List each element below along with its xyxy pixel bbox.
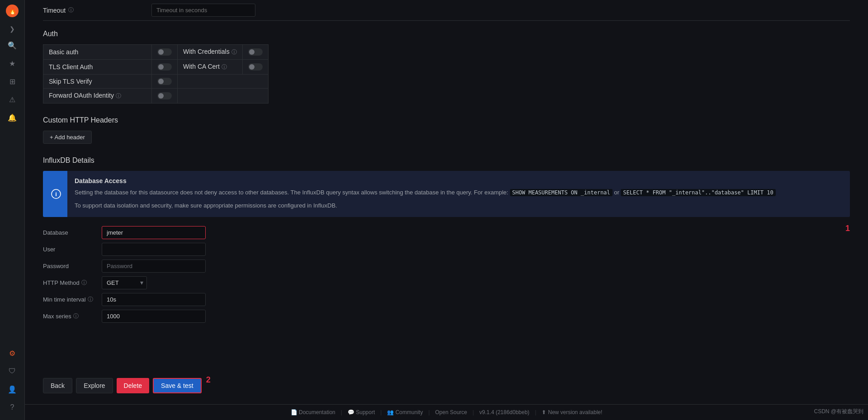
user-row: User <box>43 243 835 256</box>
footer-community-link[interactable]: 👥 Community <box>387 409 423 415</box>
search-icon[interactable]: 🔍 <box>4 37 20 53</box>
auth-row-2: TLS Client Auth With CA Cert ⓘ <box>43 60 269 75</box>
step-2-number: 2 <box>206 375 211 385</box>
http-method-info-icon[interactable]: ⓘ <box>81 279 87 287</box>
user-input[interactable] <box>102 243 206 256</box>
delete-button[interactable]: Delete <box>117 378 149 393</box>
with-credentials-toggle[interactable] <box>248 48 263 56</box>
forward-oauth-label: Forward OAuth Identity ⓘ <box>43 89 152 104</box>
max-series-info-icon[interactable]: ⓘ <box>73 312 79 320</box>
basic-auth-label: Basic auth <box>43 45 152 60</box>
user-label: User <box>43 246 102 253</box>
community-icon: 👥 <box>387 409 394 415</box>
new-version-icon: ⬆ <box>542 409 546 415</box>
toggle-sidebar-button[interactable]: ❯ <box>8 24 17 33</box>
max-series-label: Max series ⓘ <box>43 312 102 320</box>
forward-oauth-toggle-cell <box>152 89 178 104</box>
with-credentials-info-icon[interactable]: ⓘ <box>231 49 237 55</box>
database-input[interactable] <box>102 226 206 239</box>
step-1-number: 1 <box>845 224 850 233</box>
shield-icon[interactable]: 🛡 <box>4 363 20 379</box>
auth-table: Basic auth With Credentials ⓘ TLS Client… <box>43 44 269 104</box>
notifications-icon[interactable]: 🔔 <box>4 109 20 126</box>
forward-oauth-toggle[interactable] <box>157 92 172 99</box>
database-row: Database <box>43 226 835 239</box>
timeout-row: Timeout ⓘ <box>43 0 850 21</box>
auth-row-1: Basic auth With Credentials ⓘ <box>43 45 269 60</box>
with-ca-cert-toggle[interactable] <box>248 63 263 71</box>
http-method-row: HTTP Method ⓘ GET POST <box>43 276 835 289</box>
auth-row-3: Skip TLS Verify <box>43 75 269 89</box>
auth-section-title: Auth <box>43 30 850 38</box>
back-button[interactable]: Back <box>43 378 72 393</box>
support-icon: 💬 <box>348 409 354 415</box>
auth-row-4: Forward OAuth Identity ⓘ <box>43 89 269 104</box>
min-interval-row: Min time interval ⓘ <box>43 293 835 306</box>
forward-oauth-info-icon[interactable]: ⓘ <box>116 93 121 99</box>
svg-text:i: i <box>55 191 57 198</box>
with-ca-cert-toggle-cell <box>242 60 268 75</box>
alerting-icon[interactable]: ⚠ <box>4 91 20 108</box>
http-method-select-wrapper: GET POST <box>102 276 147 289</box>
password-label: Password <box>43 263 102 269</box>
content-area: Timeout ⓘ Auth Basic auth With Credentia… <box>25 0 868 404</box>
basic-auth-toggle[interactable] <box>157 48 172 56</box>
max-series-row: Max series ⓘ <box>43 310 835 323</box>
db-access-code2: SELECT * FROM "_internal".."database" LI… <box>621 189 775 196</box>
db-access-text2: To support data isolation and security, … <box>75 201 843 211</box>
info-box-content: Database Access Setting the database for… <box>67 171 850 217</box>
min-interval-input[interactable] <box>102 293 206 306</box>
empty-auth-cell <box>178 75 269 89</box>
db-access-text: Setting the database for this datasource… <box>75 188 843 198</box>
database-access-info-box: i Database Access Setting the database f… <box>43 171 850 217</box>
footer-open-source-link[interactable]: Open Source <box>435 409 467 415</box>
influxdb-section: InfluxDB Details i Database Access Setti… <box>43 156 850 360</box>
min-interval-label: Min time interval ⓘ <box>43 296 102 303</box>
with-ca-cert-info-icon[interactable]: ⓘ <box>222 64 227 70</box>
http-method-select[interactable]: GET POST <box>102 276 147 289</box>
footer-support-link[interactable]: 💬 Support <box>348 409 375 415</box>
with-ca-cert-label: With CA Cert ⓘ <box>178 60 243 75</box>
tls-client-auth-toggle[interactable] <box>157 63 172 71</box>
step-numbers: 1 <box>839 226 850 360</box>
tls-client-auth-label: TLS Client Auth <box>43 60 152 75</box>
footer-buttons: Back Explore Delete Save & test <box>43 378 202 393</box>
influxdb-form: Database User Password <box>43 226 835 326</box>
main-content: Timeout ⓘ Auth Basic auth With Credentia… <box>25 0 868 420</box>
password-row: Password <box>43 260 835 273</box>
settings-icon[interactable]: ⚙ <box>4 345 20 361</box>
explore-button[interactable]: Explore <box>76 378 113 393</box>
password-input[interactable] <box>102 260 206 273</box>
buttons-row: Back Explore Delete Save & test 2 <box>43 367 850 393</box>
info-box-icon: i <box>45 171 67 217</box>
max-series-input[interactable] <box>102 310 206 323</box>
timeout-text: Timeout <box>43 7 66 14</box>
database-label: Database <box>43 229 102 236</box>
grafana-logo: 🔥 <box>5 4 19 18</box>
tls-client-auth-toggle-cell <box>152 60 178 75</box>
footer-new-version: ⬆ New version available! <box>542 409 602 415</box>
timeout-label-cell: Timeout ⓘ <box>43 6 151 14</box>
db-access-title: Database Access <box>75 177 843 184</box>
timeout-input[interactable] <box>151 4 255 17</box>
footer-version: v9.1.4 (2186d0bbeb) <box>479 409 529 415</box>
doc-icon: 📄 <box>291 409 297 415</box>
custom-headers-title: Custom HTTP Headers <box>43 116 850 124</box>
timeout-info-icon[interactable]: ⓘ <box>68 6 74 14</box>
add-header-button[interactable]: + Add header <box>43 131 92 144</box>
save-test-button[interactable]: Save & test <box>153 378 202 393</box>
profile-icon[interactable]: 👤 <box>4 381 20 397</box>
db-access-connector: or <box>613 189 621 196</box>
dashboards-icon[interactable]: ⊞ <box>4 73 20 90</box>
with-credentials-label: With Credentials ⓘ <box>178 45 243 60</box>
with-credentials-toggle-cell <box>242 45 268 60</box>
skip-tls-toggle[interactable] <box>157 78 172 85</box>
db-access-text1: Setting the database for this datasource… <box>75 189 510 196</box>
skip-tls-label: Skip TLS Verify <box>43 75 152 89</box>
starred-icon[interactable]: ★ <box>4 55 20 71</box>
footer-documentation-link[interactable]: 📄 Documentation <box>291 409 335 415</box>
min-interval-info-icon[interactable]: ⓘ <box>88 296 93 303</box>
help-icon[interactable]: ? <box>4 399 20 415</box>
sidebar: 🔥 ❯ 🔍 ★ ⊞ ⚠ 🔔 ⚙ 🛡 👤 ? <box>0 0 25 420</box>
empty-auth-cell-2 <box>178 89 269 104</box>
